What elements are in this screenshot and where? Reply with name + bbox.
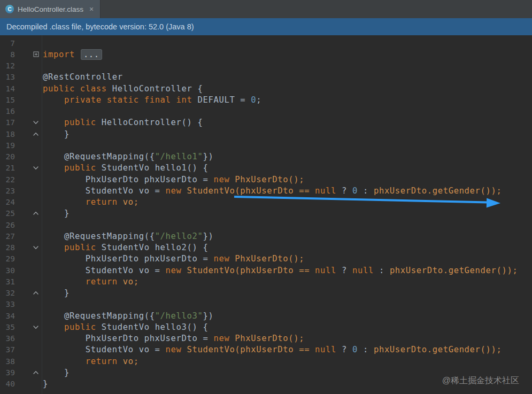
code-text: @RequestMapping({"/hello1"}) (42, 152, 213, 161)
code-line: 13@RestController (0, 72, 532, 83)
code-line: 30 StudentVo vo = new StudentVo(phxUserD… (0, 265, 532, 276)
code-line: 38 return vo; (0, 356, 532, 367)
line-number: 17 (0, 118, 15, 127)
decompiler-banner: Decompiled .class file, bytecode version… (0, 18, 532, 35)
line-number: 25 (0, 209, 15, 218)
line-number: 38 (0, 357, 15, 366)
code-line: 14public class HelloController { (0, 83, 532, 94)
code-text: } (42, 208, 70, 218)
code-line: 24 return vo; (0, 197, 532, 208)
code-line: 19 (0, 140, 532, 151)
code-line: 29 PhxUserDto phxUserDto = new PhxUserDt… (0, 253, 532, 265)
code-text: private static final int DEFAULT = 0; (42, 95, 261, 105)
code-line: 15 private static final int DEFAULT = 0; (0, 94, 532, 105)
code-line: 23 StudentVo vo = new StudentVo(phxUserD… (0, 185, 532, 196)
code-text: public StudentVo hello1() { (42, 163, 208, 173)
line-number: 29 (0, 254, 15, 263)
line-number: 19 (0, 141, 15, 150)
code-line: 25 } (0, 208, 532, 219)
watermark: @稀土掘金技术社区 (442, 375, 519, 387)
code-text: } (42, 368, 70, 377)
line-number: 34 (0, 312, 15, 320)
code-lines: 78import ...1213@RestController14public … (0, 37, 532, 390)
code-line: 12 (0, 60, 532, 72)
code-text: public StudentVo hello3() { (42, 322, 208, 332)
fold-chevron-up-icon[interactable] (15, 131, 42, 137)
line-number: 36 (0, 334, 15, 343)
code-line: 34 @RequestMapping({"/hello3"}) (0, 310, 532, 321)
line-number: 16 (0, 107, 15, 115)
gutter-separator (42, 35, 42, 394)
fold-chevron-down-icon[interactable] (15, 244, 42, 251)
line-number: 15 (0, 96, 15, 104)
code-line: 17 public HelloController() { (0, 117, 532, 128)
line-number: 35 (0, 323, 15, 331)
code-line: 16 (0, 106, 532, 117)
code-line: 22 PhxUserDto phxUserDto = new PhxUserDt… (0, 174, 532, 185)
line-number: 12 (0, 61, 15, 70)
code-text: } (42, 288, 70, 298)
code-text: PhxUserDto phxUserDto = new PhxUserDto()… (42, 175, 304, 184)
fold-chevron-down-icon[interactable] (15, 119, 42, 126)
line-number: 28 (0, 243, 15, 252)
line-number: 37 (0, 345, 15, 354)
code-text: return vo; (42, 277, 139, 287)
close-tab-icon[interactable]: × (89, 5, 94, 13)
code-line: 28 public StudentVo hello2() { (0, 242, 532, 253)
code-text: } (42, 379, 48, 389)
line-number: 24 (0, 198, 15, 206)
fold-chevron-up-icon[interactable] (15, 290, 42, 296)
tab-hellocontroller-class[interactable]: C HelloController.class × (0, 0, 101, 18)
class-icon-letter: C (7, 6, 11, 12)
code-text: import ... (42, 50, 102, 59)
code-line: 8import ... (0, 49, 532, 60)
code-text: return vo; (42, 357, 139, 366)
line-number: 20 (0, 152, 15, 161)
code-line: 37 StudentVo vo = new StudentVo(phxUserD… (0, 344, 532, 356)
code-editor[interactable]: 78import ...1213@RestController14public … (0, 35, 532, 394)
code-line: 21 public StudentVo hello1() { (0, 163, 532, 174)
line-number: 14 (0, 84, 15, 93)
line-number: 13 (0, 73, 15, 81)
code-text: StudentVo vo = new StudentVo(phxUserDto … (42, 186, 502, 196)
tab-label: HelloController.class (18, 5, 83, 13)
code-line: 36 PhxUserDto phxUserDto = new PhxUserDt… (0, 333, 532, 344)
fold-chevron-up-icon[interactable] (15, 369, 42, 376)
line-number: 40 (0, 380, 15, 388)
line-number: 18 (0, 130, 15, 138)
code-text: public HelloController() { (42, 118, 203, 127)
code-text: @RequestMapping({"/hello3"}) (42, 311, 213, 321)
code-text: PhxUserDto phxUserDto = new PhxUserDto()… (42, 254, 304, 264)
code-text: } (42, 129, 70, 139)
line-number: 23 (0, 187, 15, 195)
code-text: PhxUserDto phxUserDto = new PhxUserDto()… (42, 334, 304, 343)
fold-chevron-up-icon[interactable] (15, 210, 42, 217)
folded-imports-plus-box-icon[interactable] (15, 51, 42, 57)
code-text: @RequestMapping({"/hello2"}) (42, 231, 213, 241)
editor-tab-bar: C HelloController.class × (0, 0, 532, 18)
fold-chevron-down-icon[interactable] (15, 165, 42, 171)
code-line: 35 public StudentVo hello3() { (0, 321, 532, 333)
fold-chevron-down-icon[interactable] (15, 324, 42, 330)
line-number: 27 (0, 232, 15, 241)
ide-window: C HelloController.class × Decompiled .cl… (0, 0, 532, 394)
code-text: StudentVo vo = new StudentVo(phxUserDto … (42, 345, 502, 354)
code-text: return vo; (42, 197, 139, 207)
code-line: 33 (0, 299, 532, 310)
code-text: public StudentVo hello2() { (42, 243, 208, 252)
code-line: 7 (0, 37, 532, 49)
decompiler-banner-text: Decompiled .class file, bytecode version… (6, 22, 194, 31)
code-line: 32 } (0, 288, 532, 299)
code-text: @RestController (42, 72, 123, 82)
code-line: 18 } (0, 128, 532, 140)
line-number: 8 (0, 50, 15, 59)
line-number: 33 (0, 300, 15, 308)
line-number: 30 (0, 266, 15, 275)
code-line: 27 @RequestMapping({"/hello2"}) (0, 230, 532, 242)
code-line: 31 return vo; (0, 276, 532, 287)
class-file-icon: C (5, 5, 14, 13)
line-number: 22 (0, 175, 15, 184)
line-number: 21 (0, 164, 15, 172)
code-line: 20 @RequestMapping({"/hello1"}) (0, 151, 532, 163)
code-line: 26 (0, 219, 532, 230)
